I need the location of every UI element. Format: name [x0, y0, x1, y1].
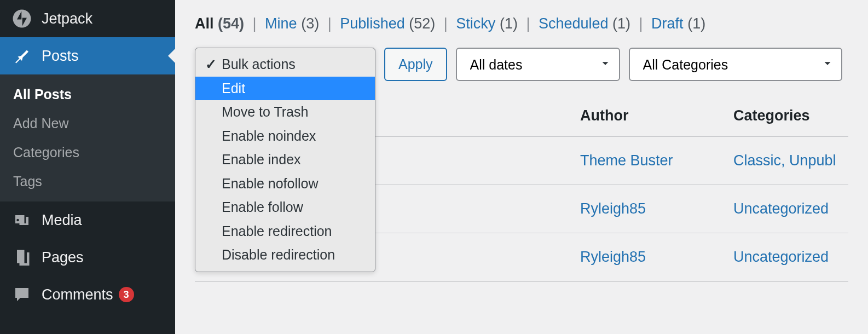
sidebar-item-posts[interactable]: Posts: [0, 37, 175, 74]
bulk-option-trash[interactable]: Move to Trash: [195, 100, 375, 124]
sidebar-item-comments[interactable]: Comments 3: [0, 276, 175, 313]
filter-published[interactable]: Published (52): [340, 15, 439, 32]
comments-count-badge: 3: [119, 287, 134, 302]
post-categories-link[interactable]: Uncategorized: [733, 249, 848, 266]
bulk-actions-dropdown: Bulk actions Edit Move to Trash Enable n…: [195, 48, 375, 272]
bulk-option-enable-noindex[interactable]: Enable noindex: [195, 124, 375, 148]
svg-point-0: [13, 10, 31, 28]
bulk-option-enable-redirection[interactable]: Enable redirection: [195, 220, 375, 244]
post-author-link[interactable]: Theme Buster: [580, 152, 733, 169]
bulk-option-edit[interactable]: Edit: [195, 77, 375, 101]
media-icon: [12, 210, 32, 230]
table-controls: Bulk actions Edit Move to Trash Enable n…: [195, 48, 848, 81]
bulk-actions-wrap: Bulk actions Edit Move to Trash Enable n…: [195, 48, 375, 81]
svg-point-1: [16, 219, 19, 222]
sidebar-item-label: Comments: [42, 286, 113, 303]
pages-icon: [12, 247, 32, 267]
column-categories: Categories: [733, 107, 848, 124]
sidebar-item-label: Jetpack: [42, 10, 92, 27]
sidebar-sub-add-new[interactable]: Add New: [0, 109, 175, 138]
sidebar-item-jetpack[interactable]: Jetpack: [0, 0, 175, 37]
post-categories-link[interactable]: Classic, Unpubl: [733, 152, 848, 169]
sidebar-sub-categories[interactable]: Categories: [0, 138, 175, 167]
bulk-option-bulk-actions[interactable]: Bulk actions: [195, 53, 375, 77]
bulk-option-enable-index[interactable]: Enable index: [195, 148, 375, 172]
sidebar-sub-all-posts[interactable]: All Posts: [0, 80, 175, 109]
filter-scheduled[interactable]: Scheduled (1): [539, 15, 635, 32]
post-author-link[interactable]: Ryleigh85: [580, 249, 733, 266]
sidebar-posts-submenu: All Posts Add New Categories Tags: [0, 74, 175, 201]
filter-draft[interactable]: Draft (1): [651, 15, 705, 32]
filter-mine[interactable]: Mine (3): [265, 15, 323, 32]
apply-button[interactable]: Apply: [384, 48, 447, 81]
jetpack-icon: [12, 9, 32, 28]
post-categories-link[interactable]: Uncategorized: [733, 200, 848, 217]
comments-icon: [12, 285, 32, 304]
sidebar-item-label: Posts: [42, 48, 79, 65]
date-filter-select[interactable]: All dates: [456, 48, 620, 81]
column-author[interactable]: Author: [580, 107, 733, 124]
category-filter-select[interactable]: All Categories: [629, 48, 842, 81]
sidebar-item-label: Pages: [42, 249, 84, 266]
bulk-option-enable-nofollow[interactable]: Enable nofollow: [195, 172, 375, 196]
pin-icon: [12, 46, 32, 66]
bulk-option-enable-follow[interactable]: Enable follow: [195, 195, 375, 220]
sidebar-item-pages[interactable]: Pages: [0, 239, 175, 276]
sidebar-item-media[interactable]: Media: [0, 201, 175, 239]
post-author-link[interactable]: Ryleigh85: [580, 200, 733, 217]
sidebar-sub-tags[interactable]: Tags: [0, 167, 175, 196]
filter-sticky[interactable]: Sticky (1): [456, 15, 522, 32]
filter-links: All (54) | Mine (3) | Published (52) | S…: [195, 15, 848, 32]
admin-sidebar: Jetpack Posts All Posts Add New Categori…: [0, 0, 175, 334]
sidebar-item-label: Media: [42, 212, 82, 229]
bulk-option-disable-redirection[interactable]: Disable redirection: [195, 243, 375, 267]
main-content: All (54) | Mine (3) | Published (52) | S…: [175, 0, 868, 334]
filter-all[interactable]: All (54): [195, 15, 248, 32]
